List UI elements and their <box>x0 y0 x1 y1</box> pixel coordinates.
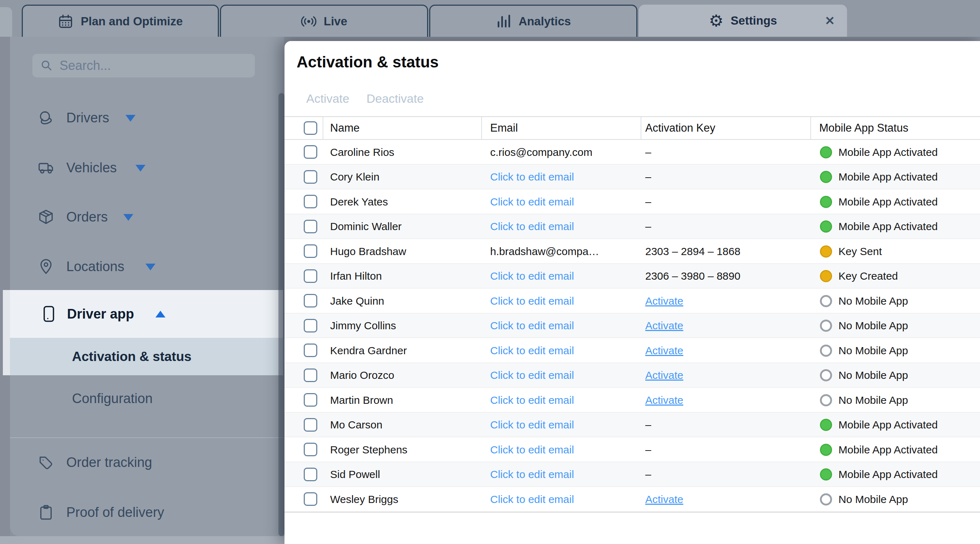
table-row: Cory KleinClick to edit email–Mobile App… <box>285 165 980 190</box>
row-checkbox[interactable] <box>304 294 317 308</box>
column-divider <box>641 117 641 139</box>
cell-email: c.rios@company.com <box>490 146 592 158</box>
search-input[interactable] <box>59 58 248 73</box>
tab-plan-and-optimize[interactable]: Plan and Optimize <box>22 5 219 37</box>
cell-status: No Mobile App <box>820 369 908 381</box>
row-checkbox[interactable] <box>304 467 317 481</box>
row-checkbox[interactable] <box>304 369 317 382</box>
row-checkbox[interactable] <box>304 443 317 456</box>
sidebar-item-drivers[interactable]: Drivers <box>10 102 284 134</box>
cell-status: No Mobile App <box>820 295 908 307</box>
calendar-icon <box>58 14 73 29</box>
status-dot-icon <box>820 419 832 431</box>
cell-status: Mobile App Activated <box>820 171 938 183</box>
sidebar-item-order-tracking[interactable]: Order tracking <box>10 446 284 479</box>
sidebar-search[interactable] <box>32 54 255 77</box>
sidebar-item-proof-of-delivery[interactable]: Proof of delivery <box>10 496 284 528</box>
status-dot-icon <box>820 493 832 506</box>
sidebar-item-activation-status[interactable]: Activation & status <box>10 338 283 375</box>
table-body: Caroline Riosc.rios@company.com–Mobile A… <box>285 140 980 513</box>
row-checkbox[interactable] <box>304 418 317 432</box>
cell-status: Mobile App Activated <box>820 444 938 456</box>
cell-email[interactable]: Click to edit email <box>490 444 574 456</box>
cell-name: Jake Quinn <box>330 295 384 307</box>
select-all-checkbox[interactable] <box>304 121 317 135</box>
cell-status: Mobile App Activated <box>820 419 938 431</box>
cell-email[interactable]: Click to edit email <box>490 369 574 381</box>
activate-button[interactable]: Activate <box>306 92 349 105</box>
status-dot-icon <box>820 345 832 357</box>
live-icon <box>301 14 317 29</box>
cell-activation-key[interactable]: Activate <box>645 493 683 506</box>
sidebar-divider <box>10 437 284 438</box>
drivers-icon <box>37 109 54 126</box>
sidebar-item-label: Drivers <box>66 110 109 126</box>
column-divider <box>810 117 811 139</box>
row-checkbox[interactable] <box>304 269 317 283</box>
cell-email[interactable]: Click to edit email <box>490 171 574 183</box>
cell-email[interactable]: Click to edit email <box>490 196 574 208</box>
settings-sidebar: Drivers Vehicles <box>10 37 284 536</box>
table-row: Jimmy CollinsClick to edit emailActivate… <box>285 314 980 338</box>
deactivate-button[interactable]: Deactivate <box>366 92 424 105</box>
sidebar-item-driver-app[interactable]: Driver app <box>10 290 283 338</box>
close-icon[interactable]: ✕ <box>825 14 835 28</box>
cell-email[interactable]: Click to edit email <box>490 468 574 480</box>
cell-email[interactable]: Click to edit email <box>490 220 574 233</box>
tab-analytics[interactable]: Analytics <box>429 5 637 37</box>
column-header-mobile-app-status: Mobile App Status <box>819 122 908 134</box>
cell-activation-key[interactable]: Activate <box>645 345 683 357</box>
table-row: Caroline Riosc.rios@company.com–Mobile A… <box>285 140 980 165</box>
cell-email[interactable]: Click to edit email <box>490 345 574 357</box>
cell-activation-key[interactable]: Activate <box>645 295 683 307</box>
status-label: Mobile App Activated <box>838 146 938 158</box>
status-dot-icon <box>820 468 832 480</box>
cell-name: Hugo Bradshaw <box>330 246 406 258</box>
cell-email[interactable]: Click to edit email <box>490 493 574 506</box>
row-checkbox[interactable] <box>304 393 317 407</box>
row-checkbox[interactable] <box>304 195 317 208</box>
analytics-icon <box>496 14 512 29</box>
cell-activation-key: – <box>645 468 651 480</box>
sidebar-item-vehicles[interactable]: Vehicles <box>10 152 284 184</box>
row-checkbox[interactable] <box>304 492 317 506</box>
cell-email[interactable]: Click to edit email <box>490 320 574 332</box>
cell-activation-key: – <box>645 444 651 456</box>
tab-live[interactable]: Live <box>220 5 428 37</box>
sidebar-item-orders[interactable]: Orders <box>10 201 284 233</box>
driver-app-icon <box>40 305 57 322</box>
sidebar-item-label: Driver app <box>67 306 134 322</box>
tab-label: Plan and Optimize <box>81 14 183 28</box>
sidebar-scrollbar[interactable] <box>278 93 285 536</box>
column-header-name: Name <box>330 122 360 134</box>
row-checkbox[interactable] <box>304 145 317 159</box>
sidebar-item-locations[interactable]: Locations <box>10 250 284 282</box>
cell-email[interactable]: Click to edit email <box>490 270 574 282</box>
status-label: Key Created <box>838 270 898 282</box>
cell-name: Derek Yates <box>330 196 388 208</box>
proof-of-delivery-icon <box>37 504 54 521</box>
cell-activation-key[interactable]: Activate <box>645 320 683 332</box>
table-row: Wesley BriggsClick to edit emailActivate… <box>285 487 980 512</box>
status-label: Mobile App Activated <box>838 220 938 233</box>
cell-activation-key: 2306 – 3980 – 8890 <box>645 270 740 282</box>
cell-name: Roger Stephens <box>330 444 407 456</box>
table-row: Jake QuinnClick to edit emailActivateNo … <box>285 289 980 314</box>
cell-status: Mobile App Activated <box>820 196 938 208</box>
chevron-down-icon <box>126 115 135 122</box>
cell-activation-key[interactable]: Activate <box>645 394 683 406</box>
cell-email[interactable]: Click to edit email <box>490 295 574 307</box>
row-checkbox[interactable] <box>304 170 317 184</box>
cell-email: h.bradshaw@compa… <box>490 246 599 258</box>
vehicles-icon <box>37 159 54 176</box>
tab-settings[interactable]: ⚙ Settings ✕ <box>639 5 847 37</box>
cell-status: No Mobile App <box>820 345 908 357</box>
row-checkbox[interactable] <box>304 244 317 258</box>
row-checkbox[interactable] <box>304 343 317 357</box>
row-checkbox[interactable] <box>304 319 317 332</box>
row-checkbox[interactable] <box>304 220 317 233</box>
cell-email[interactable]: Click to edit email <box>490 419 574 431</box>
cell-activation-key[interactable]: Activate <box>645 369 683 381</box>
sidebar-item-configuration[interactable]: Configuration <box>10 383 284 415</box>
cell-email[interactable]: Click to edit email <box>490 394 574 406</box>
